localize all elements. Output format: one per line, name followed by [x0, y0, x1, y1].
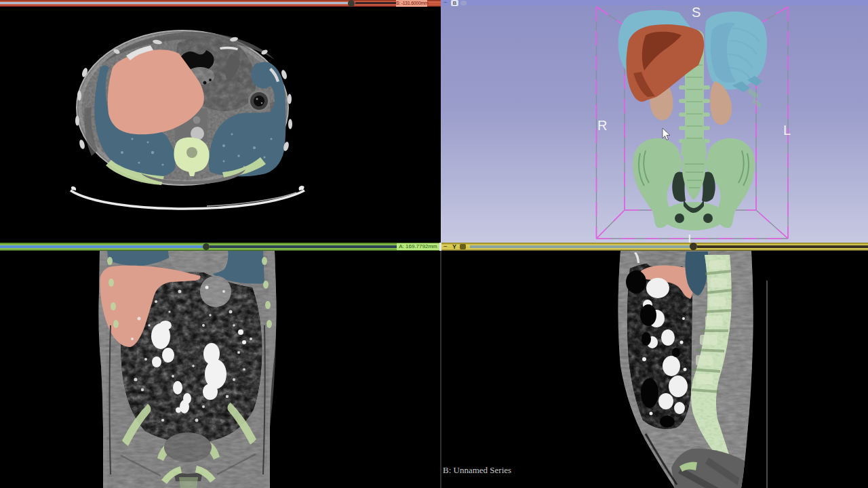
svg-text:L: L: [783, 123, 791, 138]
svg-text:R: R: [597, 118, 607, 133]
svg-text:I: I: [688, 232, 692, 243]
svg-text:S: S: [692, 5, 701, 20]
